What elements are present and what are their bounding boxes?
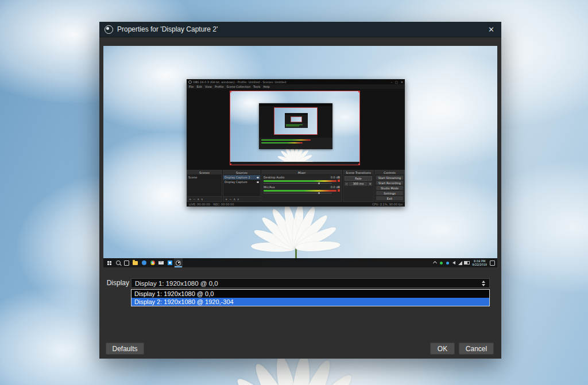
network-icon <box>457 258 463 267</box>
captured-taskbar-mini <box>230 162 359 165</box>
maximize-icon: □ <box>395 80 398 84</box>
cpu-fps-stats: CPU: 2.1%, 30.00 fps <box>372 203 403 206</box>
mail-icon <box>157 258 165 267</box>
start-recording-button: Start Recording <box>376 181 403 185</box>
battery-icon <box>463 258 470 267</box>
eye-icon <box>257 181 259 183</box>
ok-button[interactable]: OK <box>430 343 455 355</box>
recursive-capture-level2 <box>274 107 318 135</box>
audio-meter <box>261 139 311 141</box>
chevron-up-icon <box>482 281 485 283</box>
transition-select: Fade <box>345 176 372 181</box>
scenes-toolbar: + − ∧ ∨ <box>187 196 222 201</box>
mute-icon <box>338 189 340 192</box>
tray-blue-status-icon <box>444 258 451 267</box>
scene-item: Scene <box>187 175 222 180</box>
desktop-background: Properties for 'Display Capture 2' ✕ O <box>0 0 588 385</box>
mixer-channel: Desktop Audio 0.0 dB <box>262 175 342 185</box>
obs-logo-icon <box>188 80 192 84</box>
display-select-value: Display 1: 1920x1080 @ 0,0 <box>135 280 481 287</box>
sources-panel-title: Sources <box>223 170 260 175</box>
action-center-icon <box>489 258 496 267</box>
captured-obs-title: OBS 24.0.3 (64-bit, windows) - Profile: … <box>193 80 388 84</box>
audio-meter <box>261 142 303 143</box>
search-icon <box>114 258 122 267</box>
window-canvas <box>259 106 332 138</box>
scene-transitions-panel: Scene Transitions Fade − 300 ms + <box>343 170 374 202</box>
captured-obs-window: OBS 24.0.3 (64-bit, windows) - Profile: … <box>187 79 405 207</box>
properties-dialog: Properties for 'Display Capture 2' ✕ O <box>99 22 501 359</box>
scenes-list: Scene <box>187 175 222 196</box>
sources-toolbar: + − ∧ ∨ <box>223 196 260 201</box>
selection-handle <box>358 164 360 165</box>
combo-spinner[interactable] <box>481 281 486 286</box>
dialog-title: Properties for 'Display Capture 2' <box>117 25 486 33</box>
selection-handle <box>358 91 360 92</box>
scenes-panel: Scenes Scene + − ∧ ∨ <box>187 170 222 202</box>
cancel-button[interactable]: Cancel <box>459 343 494 355</box>
add-icon: + <box>225 197 227 201</box>
dropdown-option-display2[interactable]: Display 2: 1920x1080 @ 1920,-304 <box>131 298 489 306</box>
dropdown-option-display1[interactable]: Display 1: 1920x1080 @ 0,0 <box>131 290 489 298</box>
display-label: Display <box>105 278 129 288</box>
menu-edit: Edit <box>196 85 202 88</box>
recursive-obs-window-level3 <box>285 113 308 128</box>
selection-handle <box>230 164 231 165</box>
mute-icon <box>338 180 340 182</box>
audio-meter <box>264 190 336 192</box>
defaults-button[interactable]: Defaults <box>106 343 144 355</box>
recursive-obs-window-level2 <box>259 103 332 149</box>
window-canvas <box>285 115 308 123</box>
tray-expand-icon <box>432 258 438 267</box>
menu-tools: Tools <box>253 85 260 88</box>
audio-meter <box>286 126 299 126</box>
chrome-browser-icon <box>148 258 157 267</box>
channel-level: 0.0 dB <box>331 176 340 179</box>
close-icon: ✕ <box>401 80 403 84</box>
mixer-panel: Mixer Desktop Audio 0.0 dB <box>261 170 342 202</box>
edge-browser-icon <box>140 258 148 267</box>
volume-icon <box>451 258 457 267</box>
duration-value: 300 ms <box>349 182 368 186</box>
volume-slider <box>264 193 332 193</box>
channel-name: Desktop Audio <box>264 176 284 179</box>
menu-profile: Profile <box>215 85 224 88</box>
plus-icon: + <box>368 182 372 186</box>
audio-meter <box>286 125 303 125</box>
photos-icon <box>165 258 174 267</box>
mixer-channel: Mic/Aux 0.0 dB <box>262 185 342 195</box>
start-button-icon <box>105 258 114 267</box>
display-select[interactable]: Display 1: 1920x1080 @ 0,0 <box>131 278 490 288</box>
menu-scene-collection: Scene Collection <box>226 85 250 88</box>
controls-panel-title: Controls <box>375 170 404 175</box>
minus-icon: − <box>345 182 349 186</box>
tray-green-status-icon <box>438 258 444 267</box>
source-item: Display Capture 2 <box>223 175 260 180</box>
file-explorer-icon <box>131 258 140 267</box>
captured-obs-canvas <box>187 89 405 170</box>
start-streaming-button: Start Streaming <box>376 176 403 180</box>
channel-level: 0.0 dB <box>331 185 340 189</box>
studio-mode-button: Studio Mode <box>376 186 403 190</box>
source-item-label: Display Capture <box>225 180 247 184</box>
source-item-label: Display Capture 2 <box>225 176 250 179</box>
obs-taskbar-icon <box>174 258 183 267</box>
dialog-titlebar[interactable]: Properties for 'Display Capture 2' ✕ <box>99 22 501 37</box>
recursive-capture-level1 <box>230 91 360 165</box>
move-down-icon: ∨ <box>201 197 203 201</box>
chevron-down-icon <box>482 284 485 286</box>
move-down-icon: ∨ <box>237 197 239 201</box>
captured-obs-titlebar: OBS 24.0.3 (64-bit, windows) - Profile: … <box>187 79 405 84</box>
remove-icon: − <box>229 197 231 201</box>
captured-taskbar: 8:04 PM 9/22/2019 <box>103 258 497 267</box>
minimize-icon: – <box>391 80 393 84</box>
eye-icon <box>257 177 259 178</box>
transitions-panel-title: Scene Transitions <box>343 170 373 175</box>
display-dropdown-list: Display 1: 1920x1080 @ 0,0 Display 2: 19… <box>131 289 490 306</box>
window-docks <box>259 138 332 149</box>
clock-date: 9/22/2019 <box>472 263 487 266</box>
mixer-panel-title: Mixer <box>262 170 342 175</box>
live-time: LIVE: 00:00:00 <box>189 203 210 206</box>
close-button[interactable]: ✕ <box>486 25 496 34</box>
task-view-icon <box>122 258 131 267</box>
